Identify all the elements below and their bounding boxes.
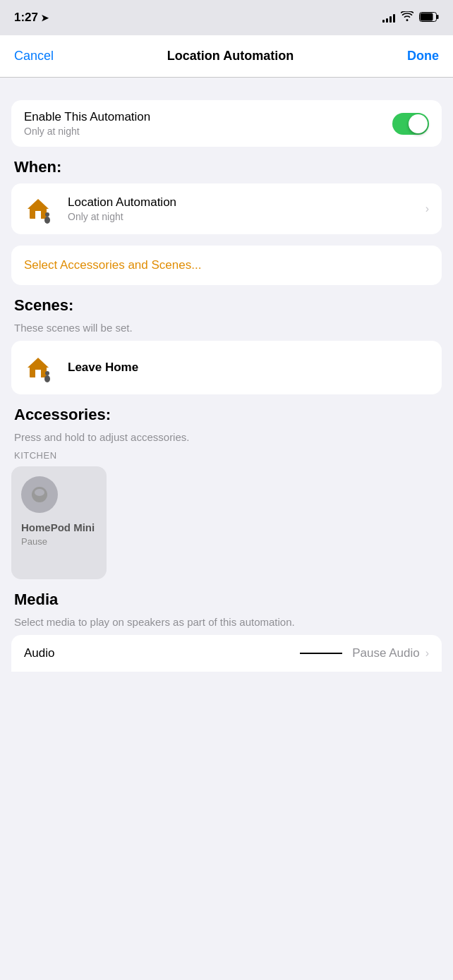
select-accessories-card[interactable]: Select Accessories and Scenes... [11,246,442,285]
scenes-subtitle: These scenes will be set. [14,322,442,334]
leave-home-card[interactable]: Leave Home [11,341,442,394]
leave-home-icon-stack [24,352,58,383]
media-section-header: Media [14,591,442,609]
svg-rect-1 [437,15,439,19]
audio-chevron-icon: › [425,647,429,660]
scenes-heading: Scenes: [14,296,442,315]
accessories-subtitle: Press and hold to adjust accessories. [14,431,442,443]
select-row[interactable]: Select Accessories and Scenes... [11,246,442,285]
when-item-title: Location Automation [68,195,176,210]
house-person-icon [24,193,56,224]
when-section-header: When: [14,158,442,176]
svg-rect-5 [35,211,41,219]
audio-label: Audio [24,646,54,660]
device-status: Pause [21,536,47,547]
enable-label: Enable This Automation [24,110,150,124]
accessories-section-header: Accessories: [14,406,442,424]
time-text: 1:27 [14,11,38,25]
accessories-heading: Accessories: [14,406,442,424]
status-icons [382,11,439,24]
chevron-right-icon: › [425,202,429,215]
when-heading: When: [14,158,442,176]
svg-point-7 [44,217,50,224]
media-heading: Media [14,591,442,609]
homepod-mini-card[interactable]: HomePod Mini Pause [11,466,107,579]
audio-row[interactable]: Audio Pause Audio › [11,635,442,672]
when-card: Location Automation Only at night › [11,183,442,234]
enable-toggle[interactable] [392,113,429,135]
battery-icon [419,12,439,24]
enable-sublabel: Only at night [24,126,150,137]
svg-point-11 [45,371,49,375]
leave-home-row: Leave Home [11,341,442,394]
svg-point-6 [45,212,49,217]
status-time: 1:27 ➤ [14,11,49,25]
leave-home-label: Leave Home [68,361,138,375]
homepod-mini-icon [29,484,50,505]
done-button[interactable]: Done [407,49,439,63]
location-text: Location Automation Only at night [68,195,176,222]
location-row[interactable]: Location Automation Only at night › [11,183,442,234]
location-arrow-icon: ➤ [41,13,49,23]
media-subtitle: Select media to play on speakers as part… [14,616,442,628]
device-grid: HomePod Mini Pause [11,466,442,579]
location-icon-stack [24,193,58,224]
svg-marker-3 [28,199,49,209]
svg-rect-10 [35,370,41,377]
leave-home-icon [24,352,56,383]
wifi-icon [401,11,413,24]
nav-bar: Cancel Location Automation Done [0,35,453,78]
cancel-button[interactable]: Cancel [14,49,54,63]
enable-automation-card: Enable This Automation Only at night [11,100,442,147]
select-label: Select Accessories and Scenes... [24,258,201,272]
enable-toggle-row: Enable This Automation Only at night [11,100,442,147]
status-bar: 1:27 ➤ [0,0,453,35]
svg-rect-2 [421,13,433,20]
signal-strength-icon [382,13,395,23]
svg-point-14 [35,489,44,496]
device-name: HomePod Mini [21,521,95,535]
kitchen-label: KITCHEN [14,450,439,461]
scenes-section-header: Scenes: [14,296,442,315]
svg-point-12 [44,375,50,382]
audio-divider [300,653,342,654]
page-title: Location Automation [167,49,294,63]
audio-value: Pause Audio [352,646,419,660]
homepod-icon [21,476,58,513]
audio-right: Pause Audio › [296,646,429,660]
toggle-knob [409,114,428,133]
enable-text: Enable This Automation Only at night [24,110,150,137]
svg-marker-8 [28,358,49,368]
content-area: Enable This Automation Only at night Whe… [0,78,453,672]
when-item-subtitle: Only at night [68,211,176,222]
